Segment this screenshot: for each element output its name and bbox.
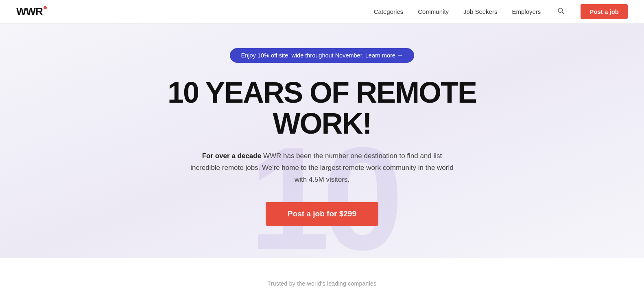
nav-links: Categories Community Job Seekers Employe… bbox=[374, 4, 628, 19]
nav-categories[interactable]: Categories bbox=[374, 8, 404, 15]
hero-content: Enjoy 10% off site–wide throughout Novem… bbox=[139, 48, 505, 226]
main-nav: WWR Categories Community Job Seekers Emp… bbox=[0, 0, 644, 24]
hero-description-bold: For over a decade bbox=[202, 152, 262, 160]
hero-section: 10 Enjoy 10% off site–wide throughout No… bbox=[0, 24, 644, 258]
nav-community[interactable]: Community bbox=[418, 8, 449, 15]
logo-dot bbox=[44, 6, 47, 9]
promo-badge[interactable]: Enjoy 10% off site–wide throughout Novem… bbox=[230, 48, 415, 63]
search-button[interactable] bbox=[555, 5, 566, 18]
hero-cta-button[interactable]: Post a job for $299 bbox=[266, 202, 378, 226]
svg-line-1 bbox=[562, 12, 564, 13]
nav-post-job-button[interactable]: Post a job bbox=[581, 4, 628, 19]
trusted-section: Trusted by the world's leading companies… bbox=[0, 258, 644, 297]
nav-job-seekers[interactable]: Job Seekers bbox=[463, 8, 497, 15]
trusted-label: Trusted by the world's leading companies bbox=[268, 280, 377, 287]
site-logo[interactable]: WWR bbox=[16, 5, 43, 18]
hero-description: For over a decade WWR has been the numbe… bbox=[188, 150, 456, 186]
hero-title: 10 YEARS OF REMOTE WORK! bbox=[139, 77, 505, 139]
nav-employers[interactable]: Employers bbox=[512, 8, 541, 15]
